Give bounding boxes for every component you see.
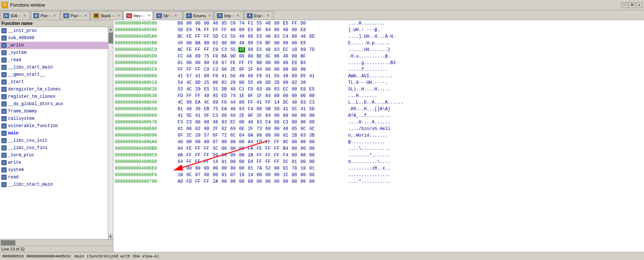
tab-ida[interactable]: ▤ IDA··· ✕ [1, 11, 30, 20]
hex-byte[interactable]: E8 [212, 60, 219, 66]
hex-byte[interactable]: 00 [238, 80, 245, 85]
hex-byte[interactable]: FD [247, 87, 254, 92]
hex-byte[interactable]: 48 [238, 47, 245, 52]
hex-byte[interactable]: 00 [212, 80, 219, 85]
hex-byte[interactable]: 04 [177, 146, 184, 151]
hex-byte[interactable]: FF [203, 27, 210, 33]
hex-row[interactable]: 0000000000400700A0FDFFFF2A00000000000000… [113, 178, 644, 185]
hex-byte[interactable]: 00 [300, 113, 306, 118]
hex-byte[interactable]: 00 [230, 166, 236, 171]
hex-byte[interactable]: 41 [221, 74, 227, 79]
hex-byte[interactable]: 00 [186, 140, 192, 145]
func-item-term-proc[interactable]: f _term_proc [0, 152, 108, 159]
hex-byte[interactable]: 89 [238, 100, 245, 105]
hex-byte[interactable]: 00 [238, 153, 245, 158]
hex-byte[interactable]: 00 [291, 172, 298, 178]
hex-byte[interactable]: BA [221, 54, 227, 59]
hex-byte[interactable]: 48 [247, 120, 254, 125]
hex-row[interactable]: 000000000040060041574189F841564989F64155… [113, 73, 644, 79]
hex-byte[interactable]: 72 [221, 133, 227, 138]
hex-byte[interactable]: 4C [186, 80, 192, 85]
hex-byte[interactable]: A0 [177, 179, 184, 184]
hex-byte[interactable]: 89 [247, 41, 254, 46]
hex-byte[interactable]: 00 [195, 60, 201, 66]
hex-byte[interactable]: E8 [291, 60, 298, 66]
tab-exp[interactable]: ⬆ Exp··· ✕ [244, 11, 274, 20]
hex-byte[interactable]: 00 [291, 146, 298, 151]
hex-byte[interactable]: 90 [212, 172, 219, 178]
hex-content[interactable]: 0000000000400580B80000004885C074F1554889… [113, 20, 644, 252]
hex-byte[interactable]: 00 [230, 146, 236, 151]
hex-byte[interactable]: 00 [274, 179, 280, 184]
hex-byte[interactable]: 00 [238, 140, 245, 145]
hex-byte[interactable]: C3 [212, 67, 219, 72]
hex-byte[interactable]: EC [230, 120, 236, 125]
hex-byte[interactable]: 00 [300, 120, 306, 125]
hex-byte[interactable]: E8 [300, 41, 306, 46]
func-item-register[interactable]: f register_tm_clones [0, 93, 108, 100]
func-item-frame-dummy[interactable]: f frame_dummy [0, 108, 108, 115]
hex-byte[interactable]: FF [186, 67, 192, 72]
hex-byte[interactable]: 8C [265, 54, 271, 59]
hex-byte[interactable]: 5B [265, 107, 271, 112]
horizontal-scroll-thumb[interactable] [1, 240, 15, 245]
hex-byte[interactable]: 00 [230, 41, 236, 46]
func-item-start[interactable]: f _start [0, 78, 108, 86]
hex-byte[interactable]: 10 [238, 172, 245, 178]
hex-byte[interactable]: E5 [247, 27, 254, 33]
hex-byte[interactable]: 00 [274, 126, 280, 131]
hex-byte[interactable]: 2F [247, 126, 254, 131]
hex-byte[interactable]: 0A [177, 153, 184, 158]
hex-byte[interactable]: 00 [238, 166, 245, 171]
hex-byte[interactable]: 14 [274, 100, 280, 105]
hex-byte[interactable]: 48 [203, 93, 210, 99]
hex-byte[interactable]: 00 [203, 140, 210, 145]
scroll-thumb[interactable] [109, 33, 113, 44]
tab-close-str[interactable]: ✕ [174, 14, 177, 18]
hex-byte[interactable]: 01 [247, 166, 254, 171]
tab-pse1[interactable]: ▤ Pse··· ✕ [31, 11, 60, 20]
hex-byte[interactable]: 89 [238, 27, 245, 33]
hex-byte[interactable]: 54 [177, 80, 184, 85]
hex-byte[interactable]: 00 [230, 159, 236, 164]
hex-byte[interactable]: 41 [177, 74, 184, 79]
hex-byte[interactable]: F8 [212, 74, 219, 79]
hex-byte[interactable]: C9 [203, 67, 210, 72]
hex-byte[interactable]: 01 [177, 60, 184, 66]
hex-byte[interactable]: 00 [291, 54, 298, 59]
hex-byte[interactable]: 69 [230, 126, 236, 131]
hex-byte[interactable]: FF [203, 47, 210, 52]
hex-byte[interactable]: 00 [265, 172, 271, 178]
hex-byte[interactable]: 48 [230, 27, 236, 33]
hex-byte[interactable]: 48 [256, 80, 263, 85]
hex-byte[interactable]: 00 [195, 21, 201, 26]
hex-byte[interactable]: 01 [177, 126, 184, 131]
hex-byte[interactable]: E8 [300, 27, 306, 33]
hex-byte[interactable]: 00 [221, 140, 227, 145]
hex-byte[interactable]: 80 [186, 41, 192, 46]
hex-byte[interactable]: FD [186, 179, 192, 184]
hex-byte[interactable]: 41 [256, 100, 263, 105]
hex-byte[interactable]: 01 [291, 159, 298, 164]
hex-byte[interactable]: 08 [256, 107, 263, 112]
hex-byte[interactable]: FA [247, 146, 254, 151]
hex-byte[interactable]: 00 [309, 146, 315, 151]
hex-byte[interactable]: 0D [230, 54, 236, 59]
hex-byte[interactable]: 68 [265, 126, 271, 131]
hex-byte[interactable]: D4 [247, 159, 254, 164]
hex-byte[interactable]: FF [177, 67, 184, 72]
hex-byte[interactable]: 89 [203, 74, 210, 79]
hex-row[interactable]: 00000000004005905DE97AFFFFFF4889E5BF8406… [113, 27, 644, 33]
hex-byte[interactable]: 6F [212, 133, 219, 138]
hex-byte[interactable]: 74 [230, 93, 236, 99]
hex-byte[interactable]: 8C [282, 140, 289, 145]
hex-row[interactable]: 0000000000400620534C29E531DB48C1FD034883… [113, 86, 644, 93]
hex-byte[interactable]: 00 [186, 126, 192, 131]
hex-byte[interactable]: 5C [282, 159, 289, 164]
hex-byte[interactable]: 00 [203, 21, 210, 26]
hex-byte[interactable]: 83 [274, 87, 280, 92]
tab-close-enums[interactable]: ✕ [208, 14, 211, 18]
hex-byte[interactable]: 00 [265, 60, 271, 66]
hex-byte[interactable]: 4C [203, 100, 210, 105]
hex-byte[interactable]: 1B [291, 133, 298, 138]
